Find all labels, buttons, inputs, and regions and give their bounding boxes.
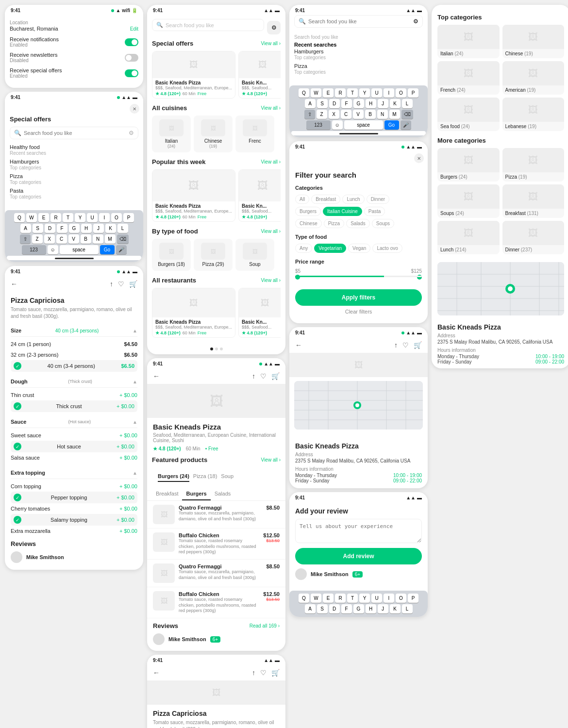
newsletters-toggle[interactable] xyxy=(125,54,138,62)
feat-tab-soup[interactable]: Soup xyxy=(221,471,234,482)
key-i[interactable]: I xyxy=(99,213,110,222)
tag-burgers[interactable]: Burgers xyxy=(295,207,321,216)
offer-card-1[interactable]: 🖼 Basic Kneads Pizza $$$, Seafood, Medit… xyxy=(152,51,235,99)
type-burgers[interactable]: 🖼 Burgers (18) xyxy=(152,239,191,271)
tag-dinner[interactable]: Dinner xyxy=(367,195,389,204)
cat-soups[interactable]: 🖼 Soups (24) xyxy=(437,184,500,218)
tag-breakfast[interactable]: Breakfast xyxy=(311,195,340,204)
tag-any[interactable]: Any xyxy=(295,244,312,253)
view-all-types[interactable]: View all › xyxy=(261,229,281,234)
key2-k[interactable]: K xyxy=(390,99,401,108)
key2-delete[interactable]: ⌫ xyxy=(401,110,413,119)
key-h[interactable]: H xyxy=(81,224,92,233)
key2-mic[interactable]: 🎤 xyxy=(401,120,411,130)
key-n[interactable]: N xyxy=(93,234,103,244)
tab-salads[interactable]: Salads xyxy=(211,488,235,500)
popular-card-2[interactable]: 🖼 Basic Kn... $$$, Seafood... ★ 4.8 (120… xyxy=(238,169,281,222)
key-delete[interactable]: ⌫ xyxy=(117,234,129,244)
key3-p[interactable]: P xyxy=(408,594,418,603)
share-icon-coll[interactable]: ↑ xyxy=(252,669,255,677)
key2-m[interactable]: M xyxy=(389,110,400,119)
cuisine-italian[interactable]: 🖼 Italian (24) xyxy=(152,116,191,152)
key3-t[interactable]: T xyxy=(347,594,358,603)
browse-search-bar[interactable]: 🔍 Search food you like xyxy=(152,19,264,31)
key-go[interactable]: Go xyxy=(100,245,115,254)
heart-icon-map[interactable]: ♡ xyxy=(402,341,409,349)
cat-lunch[interactable]: 🖼 Lunch (214) xyxy=(437,221,500,254)
offer-card-2[interactable]: 🖼 Basic Kn... $$$, Seafood... ★ 4.8 (120… xyxy=(238,51,281,99)
key-r[interactable]: R xyxy=(50,213,61,222)
large-map-view[interactable] xyxy=(437,262,564,315)
key2-z[interactable]: Z xyxy=(317,110,327,119)
key2-a[interactable]: A xyxy=(305,99,316,108)
view-all-cuisines[interactable]: View all › xyxy=(261,105,281,111)
tag-all[interactable]: All xyxy=(295,195,309,204)
key-m[interactable]: M xyxy=(105,234,116,244)
cat-seafood[interactable]: 🖼 Sea food (24) xyxy=(437,98,500,131)
restaurant-card-1[interactable]: 🖼 Basic Kneads Pizza $$$, Seafood, Medit… xyxy=(152,288,235,338)
key-f[interactable]: F xyxy=(57,224,67,233)
offers-scroll[interactable]: 🖼 Basic Kneads Pizza $$$, Seafood, Medit… xyxy=(152,51,281,99)
view-all-popular[interactable]: View all › xyxy=(261,159,281,165)
key2-c[interactable]: C xyxy=(341,110,351,119)
type-soup[interactable]: 🖼 Soup xyxy=(235,239,274,271)
key3-r[interactable]: R xyxy=(335,594,346,603)
tab-burgers[interactable]: Burgers xyxy=(182,488,210,500)
product-row-4[interactable]: 🖼 Buffalo Chicken Tomato sauce, roasted … xyxy=(147,587,285,618)
key-space[interactable]: space xyxy=(60,245,99,254)
cuisine-french[interactable]: 🖼 Frenc xyxy=(235,116,274,152)
search-bar[interactable]: 🔍 ⚙ xyxy=(10,127,138,139)
dough-chevron[interactable]: ▲ xyxy=(133,379,137,384)
key-d[interactable]: D xyxy=(45,224,55,233)
key2-emoji[interactable]: ☺ xyxy=(332,120,343,130)
cart-icon-detail[interactable]: 🛒 xyxy=(271,372,280,380)
share-icon[interactable]: ↑ xyxy=(110,280,113,288)
key2-space[interactable]: space xyxy=(344,120,383,130)
cat-burgers[interactable]: 🖼 Burgers (24) xyxy=(437,148,500,182)
tag-pizza[interactable]: Pizza xyxy=(324,219,344,228)
key-b[interactable]: B xyxy=(81,234,91,244)
key-a[interactable]: A xyxy=(20,224,31,233)
tag-chinese[interactable]: Chinese xyxy=(295,219,322,228)
cuisine-chinese[interactable]: 🖼 Chinese (19) xyxy=(194,116,233,152)
cat-lebanese[interactable]: 🖼 Lebanese (19) xyxy=(502,98,565,131)
map-view[interactable] xyxy=(294,381,423,430)
restaurants-scroll[interactable]: 🖼 Basic Kneads Pizza $$$, Seafood, Medit… xyxy=(152,288,281,338)
key3-j[interactable]: J xyxy=(378,604,388,613)
cat-breakfast[interactable]: 🖼 Breakfast (131) xyxy=(502,184,565,218)
key2-j[interactable]: J xyxy=(378,99,388,108)
key-l[interactable]: L xyxy=(117,224,128,233)
read-all-reviews[interactable]: Read all 169 › xyxy=(250,623,280,629)
share-icon-detail[interactable]: ↑ xyxy=(252,372,255,380)
key3-s[interactable]: S xyxy=(317,604,328,613)
key2-o[interactable]: O xyxy=(396,88,406,98)
key2-shift[interactable]: ⇧ xyxy=(304,110,315,119)
key2-d[interactable]: D xyxy=(329,99,340,108)
cart-icon[interactable]: 🛒 xyxy=(129,280,137,288)
tag-lunch[interactable]: Lunch xyxy=(342,195,364,204)
popular-scroll[interactable]: 🖼 Basic Kneads Pizza $$$, Seafood, Medit… xyxy=(152,169,281,222)
key2-x[interactable]: X xyxy=(329,110,339,119)
key-x[interactable]: X xyxy=(44,234,55,244)
feat-tab-burgers[interactable]: Burgers (24) xyxy=(158,471,189,482)
tag-vegan[interactable]: Vegan xyxy=(348,244,370,253)
key-t[interactable]: T xyxy=(63,213,73,222)
key-123[interactable]: 123 xyxy=(22,245,46,254)
add-review-button[interactable]: Add review xyxy=(295,548,422,564)
view-all-offers[interactable]: View all › xyxy=(261,41,281,46)
key2-r[interactable]: R xyxy=(335,88,346,98)
key2-f[interactable]: F xyxy=(341,99,352,108)
cat-italian[interactable]: 🖼 Italian (24) xyxy=(437,25,500,58)
clear-filters-button[interactable]: Clear filters xyxy=(295,306,422,317)
tag-salads[interactable]: Salads xyxy=(346,219,370,228)
key2-s[interactable]: S xyxy=(317,99,328,108)
filter-icon[interactable]: ⚙ xyxy=(129,130,134,136)
key-mic[interactable]: 🎤 xyxy=(116,245,127,254)
key2-i[interactable]: I xyxy=(384,88,394,98)
key2-g[interactable]: G xyxy=(353,99,364,108)
key3-k[interactable]: K xyxy=(390,604,401,613)
key2-l[interactable]: L xyxy=(402,99,413,108)
key-v[interactable]: V xyxy=(68,234,79,244)
heart-icon-coll[interactable]: ♡ xyxy=(260,669,267,677)
tag-pasta[interactable]: Pasta xyxy=(364,207,385,216)
